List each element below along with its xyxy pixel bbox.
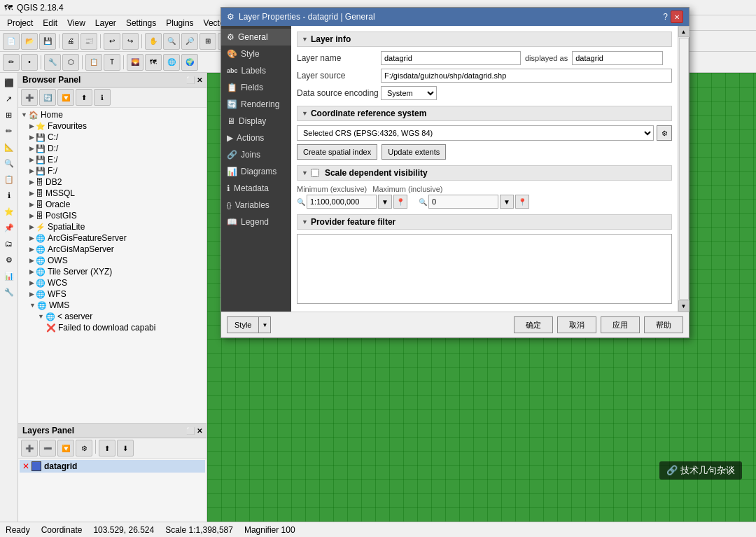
scale-max-dropdown[interactable]: ▼ bbox=[500, 195, 514, 209]
tree-item-f[interactable]: ▶ 💾 F:/ bbox=[20, 165, 205, 176]
style-btn[interactable]: Style bbox=[227, 316, 259, 333]
add-point-btn[interactable]: • bbox=[21, 54, 38, 71]
layer-props-btn[interactable]: ⚙ bbox=[76, 440, 92, 456]
new-project-btn[interactable]: 📄 bbox=[3, 33, 20, 50]
tree-item-home[interactable]: ▼ 🏠 Home bbox=[20, 109, 205, 120]
node-tool-btn[interactable]: ⬡ bbox=[62, 54, 79, 71]
tree-item-failed[interactable]: ❌ Failed to download capabi bbox=[20, 322, 205, 333]
help-btn[interactable]: 帮助 bbox=[644, 316, 683, 333]
menu-layer[interactable]: Layer bbox=[91, 17, 120, 29]
sidebar-tool-13[interactable]: 📊 bbox=[2, 269, 16, 283]
sidebar-tool-14[interactable]: 🔧 bbox=[2, 285, 16, 299]
sidebar-tool-8[interactable]: ℹ bbox=[2, 188, 16, 202]
move-up-btn[interactable]: ⬆ bbox=[99, 440, 115, 456]
print-layout-btn[interactable]: 📰 bbox=[80, 33, 97, 50]
tree-item-wms[interactable]: ▼ 🌐 WMS bbox=[20, 300, 205, 311]
style-dropdown-btn[interactable]: ▼ bbox=[259, 316, 271, 333]
add-wfs-btn[interactable]: 🌍 bbox=[181, 54, 198, 71]
browser-panel-float[interactable]: ⬜ bbox=[186, 76, 195, 84]
tree-item-arcgis-map[interactable]: ▶ 🌐 ArcGisMapServer bbox=[20, 244, 205, 255]
digitize-btn[interactable]: ✏ bbox=[3, 54, 20, 71]
sidebar-tool-3[interactable]: ⊞ bbox=[2, 108, 16, 122]
scale-visibility-checkbox[interactable] bbox=[311, 169, 319, 177]
nav-item-joins[interactable]: 🔗 Joins bbox=[221, 146, 291, 163]
tree-item-mssql[interactable]: ▶ 🗄 MSSQL bbox=[20, 188, 205, 199]
pan-map-btn[interactable]: ✋ bbox=[145, 33, 162, 50]
sidebar-tool-7[interactable]: 📋 bbox=[2, 172, 16, 186]
scale-maximum-input[interactable] bbox=[428, 195, 498, 209]
filter-layer-btn[interactable]: 🔽 bbox=[57, 440, 74, 456]
scale-min-select-btn[interactable]: 📍 bbox=[393, 195, 407, 209]
layers-panel-float[interactable]: ⬜ bbox=[186, 427, 195, 435]
ok-btn[interactable]: 确定 bbox=[514, 316, 553, 333]
save-project-btn[interactable]: 💾 bbox=[39, 33, 56, 50]
scale-min-dropdown[interactable]: ▼ bbox=[378, 195, 392, 209]
tree-item-spatialite[interactable]: ▶ ⚡ SpatiaLite bbox=[20, 221, 205, 232]
nav-item-labels[interactable]: abc Labels bbox=[221, 62, 291, 79]
dialog-scroll-down[interactable]: ▼ bbox=[678, 300, 690, 312]
nav-item-diagrams[interactable]: 📊 Diagrams bbox=[221, 163, 291, 180]
sidebar-tool-2[interactable]: ↗ bbox=[2, 92, 16, 106]
nav-item-actions[interactable]: ▶ Actions bbox=[221, 130, 291, 146]
browser-add-btn[interactable]: ➕ bbox=[21, 89, 38, 106]
filter-textarea[interactable] bbox=[297, 234, 672, 304]
sidebar-tool-6[interactable]: 🔍 bbox=[2, 156, 16, 170]
apply-btn[interactable]: 应用 bbox=[601, 316, 640, 333]
nav-item-variables[interactable]: {} Variables bbox=[221, 197, 291, 214]
browser-info-btn[interactable]: ℹ bbox=[94, 89, 111, 106]
nav-item-legend[interactable]: 📖 Legend bbox=[221, 214, 291, 230]
tree-item-oracle[interactable]: ▶ 🗄 Oracle bbox=[20, 199, 205, 210]
tree-item-aserver[interactable]: ▼ 🌐 < aserver bbox=[20, 311, 205, 322]
displayed-as-input[interactable] bbox=[572, 51, 663, 65]
browser-refresh-btn[interactable]: 🔄 bbox=[39, 89, 56, 106]
menu-plugins[interactable]: Plugins bbox=[162, 17, 197, 29]
nav-item-general[interactable]: ⚙ General bbox=[221, 29, 291, 46]
tree-item-tile-server[interactable]: ▶ 🌐 Tile Server (XYZ) bbox=[20, 266, 205, 277]
zoom-in-btn[interactable]: 🔍 bbox=[163, 33, 180, 50]
browser-filter-btn[interactable]: 🔽 bbox=[57, 89, 74, 106]
sidebar-tool-1[interactable]: ⬛ bbox=[2, 76, 16, 90]
cancel-btn[interactable]: 取消 bbox=[557, 316, 596, 333]
print-composer-btn[interactable]: 🖨 bbox=[62, 33, 79, 50]
tree-item-ows[interactable]: ▶ 🌐 OWS bbox=[20, 255, 205, 266]
nav-item-style[interactable]: 🎨 Style bbox=[221, 46, 291, 62]
redo-btn[interactable]: ↪ bbox=[122, 33, 139, 50]
add-wms-btn[interactable]: 🌐 bbox=[163, 54, 180, 71]
sidebar-tool-9[interactable]: ⭐ bbox=[2, 204, 16, 218]
create-spatial-index-btn[interactable]: Create spatial index bbox=[297, 144, 377, 160]
add-raster-btn[interactable]: 🌄 bbox=[127, 54, 144, 71]
tree-item-arcgis-feature[interactable]: ▶ 🌐 ArcGisFeatureServer bbox=[20, 232, 205, 244]
tree-item-db2[interactable]: ▶ 🗄 DB2 bbox=[20, 176, 205, 188]
nav-item-fields[interactable]: 📋 Fields bbox=[221, 79, 291, 96]
menu-settings[interactable]: Settings bbox=[122, 17, 160, 29]
tree-item-wcs[interactable]: ▶ 🌐 WCS bbox=[20, 277, 205, 288]
browser-panel-close[interactable]: ✕ bbox=[197, 76, 202, 84]
tree-item-wfs[interactable]: ▶ 🌐 WFS bbox=[20, 288, 205, 300]
sidebar-tool-4[interactable]: ✏ bbox=[2, 124, 16, 138]
dialog-close-btn[interactable]: ✕ bbox=[671, 11, 683, 23]
tree-item-favourites[interactable]: ▶ ⭐ Favourites bbox=[20, 120, 205, 132]
crs-select[interactable]: Selected CRS (EPSG:4326, WGS 84) bbox=[297, 125, 654, 141]
menu-edit[interactable]: Edit bbox=[38, 17, 62, 29]
add-vector-btn[interactable]: 🗺 bbox=[145, 54, 162, 71]
dialog-scroll-up[interactable]: ▲ bbox=[678, 26, 690, 37]
scale-minimum-input[interactable] bbox=[307, 195, 377, 209]
add-layer-btn[interactable]: ➕ bbox=[21, 440, 38, 456]
nav-item-rendering[interactable]: 🔄 Rendering bbox=[221, 96, 291, 113]
remove-layer-btn[interactable]: ➖ bbox=[39, 440, 56, 456]
zoom-full-btn[interactable]: ⊞ bbox=[200, 33, 216, 50]
crs-settings-btn[interactable]: ⚙ bbox=[657, 125, 672, 141]
layer-item-datagrid[interactable]: ✕ datagrid bbox=[20, 460, 205, 473]
tree-item-e[interactable]: ▶ 💾 E:/ bbox=[20, 154, 205, 165]
zoom-out-btn[interactable]: 🔎 bbox=[181, 33, 198, 50]
undo-btn[interactable]: ↩ bbox=[104, 33, 120, 50]
nav-item-metadata[interactable]: ℹ Metadata bbox=[221, 180, 291, 197]
update-extents-btn[interactable]: Update extents bbox=[382, 144, 446, 160]
menu-view[interactable]: View bbox=[63, 17, 90, 29]
move-down-btn[interactable]: ⬇ bbox=[117, 440, 134, 456]
sidebar-tool-5[interactable]: 📐 bbox=[2, 140, 16, 154]
attr-table-btn[interactable]: 📋 bbox=[85, 54, 102, 71]
tree-item-d[interactable]: ▶ 💾 D:/ bbox=[20, 143, 205, 154]
layer-source-input[interactable] bbox=[381, 69, 672, 83]
open-project-btn[interactable]: 📂 bbox=[21, 33, 38, 50]
